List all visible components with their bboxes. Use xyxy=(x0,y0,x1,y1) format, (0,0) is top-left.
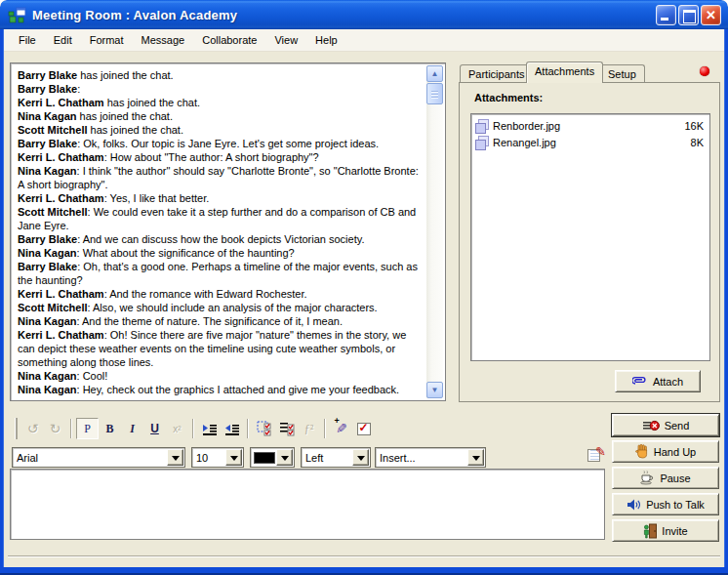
select-cells-icon[interactable] xyxy=(253,418,275,439)
menu-message[interactable]: Message xyxy=(133,30,194,50)
chat-text: : I think "the author" should say "Charl… xyxy=(18,165,419,190)
scroll-up-icon[interactable]: ▲ xyxy=(426,65,443,82)
menu-format[interactable]: Format xyxy=(81,30,133,50)
tab-setup[interactable]: Setup xyxy=(599,64,645,82)
chevron-down-icon[interactable] xyxy=(352,449,369,466)
edit-note-icon[interactable]: ✎ xyxy=(587,447,605,465)
chat-message: Nina Kagan has joined the chat. xyxy=(18,109,424,123)
insert-value: Insert... xyxy=(380,452,467,464)
bold-button[interactable]: B xyxy=(99,418,121,439)
chat-text: has joined the chat. xyxy=(77,110,173,122)
window-border-bottom xyxy=(0,567,728,575)
alignment-select[interactable]: Left xyxy=(301,447,371,468)
menu-file[interactable]: File xyxy=(10,30,45,50)
menu-view[interactable]: View xyxy=(265,30,306,50)
underline-button[interactable]: U xyxy=(143,418,166,439)
insert-select[interactable]: Insert... xyxy=(375,447,486,468)
coffee-cup-icon xyxy=(640,471,655,485)
toolbar-separator xyxy=(192,419,194,438)
chevron-down-icon[interactable] xyxy=(225,449,242,466)
chat-message: Kerri L. Chatham: Oh! Since there are fi… xyxy=(18,328,424,369)
status-bar-divider xyxy=(8,555,720,557)
indent-button[interactable] xyxy=(198,418,221,439)
menu-collaborate[interactable]: Collaborate xyxy=(193,30,265,50)
chat-author: Nina Kagan xyxy=(18,247,77,259)
toolbar-grip[interactable] xyxy=(15,418,18,439)
minimize-button[interactable] xyxy=(656,5,676,25)
chat-text: has joined the chat. xyxy=(88,124,183,136)
paragraph-style-button[interactable]: P xyxy=(76,418,99,439)
scrollbar-thumb[interactable] xyxy=(426,83,443,104)
chat-message: Nina Kagan: Hey, check out the graphics … xyxy=(18,383,424,396)
text-color-select[interactable] xyxy=(250,447,295,468)
chat-text: : Yes, I like that better. xyxy=(104,192,210,204)
chat-message: Barry Blake: And we can discuss how the … xyxy=(18,232,424,246)
menu-edit[interactable]: Edit xyxy=(45,30,81,50)
message-input[interactable] xyxy=(10,469,605,540)
redo-icon[interactable]: ↻ xyxy=(44,418,66,439)
hand-up-button-label: Hand Up xyxy=(654,446,696,458)
chevron-down-icon[interactable] xyxy=(467,449,484,466)
chat-text: has joined the chat. xyxy=(77,69,173,81)
toolbar-separator xyxy=(324,419,326,438)
window-border-right xyxy=(724,29,728,575)
invite-button[interactable]: Invite xyxy=(612,519,719,542)
push-to-talk-button[interactable]: Push to Talk xyxy=(612,493,719,515)
tab-attachments[interactable]: Attachments xyxy=(526,62,603,83)
door-person-icon xyxy=(643,523,657,539)
attach-button[interactable]: Attach xyxy=(615,370,701,392)
chat-text: : And the theme of nature. The significa… xyxy=(77,315,344,327)
file-icon xyxy=(475,136,489,149)
raised-hand-icon xyxy=(635,444,649,459)
superscript-button[interactable]: x² xyxy=(166,418,188,439)
tab-participants[interactable]: Participants xyxy=(460,64,533,82)
status-indicator-dot xyxy=(700,66,709,76)
font-family-select[interactable]: Arial xyxy=(12,447,185,468)
chat-scrollbar[interactable]: ▲ ▼ xyxy=(426,65,443,398)
chat-text: : Ok, folks. Our topic is Jane Eyre. Let… xyxy=(77,138,379,149)
chat-message: Kerri L. Chatham: And the romance with E… xyxy=(18,287,424,301)
alignment-value: Left xyxy=(305,452,352,464)
chevron-down-icon[interactable] xyxy=(276,449,293,466)
window-border-left xyxy=(0,29,4,575)
send-button[interactable]: Send xyxy=(612,414,719,436)
chat-author: Barry Blake xyxy=(18,233,77,245)
chat-text: has joined the chat. xyxy=(104,97,200,108)
chat-author: Kerri L. Chatham xyxy=(18,151,104,163)
chat-message: Scott Mitchell: Also, we should include … xyxy=(18,301,424,314)
maximize-button[interactable] xyxy=(678,5,699,25)
menu-bar: File Edit Format Message Collaborate Vie… xyxy=(4,29,724,52)
marker-add-icon[interactable]: ✎+ xyxy=(330,418,352,439)
pause-button[interactable]: Pause xyxy=(612,467,719,489)
attachment-row[interactable]: Renangel.jpg8K xyxy=(473,134,708,150)
chat-text: : How about "The author: A short biograp… xyxy=(104,151,319,163)
outdent-button[interactable] xyxy=(221,418,243,439)
font-family-value: Arial xyxy=(17,452,167,464)
chat-text: : xyxy=(77,83,80,95)
composer-toolbar: ↺ ↻ P B I U x² xyxy=(10,414,605,443)
chat-author: Nina Kagan xyxy=(18,315,77,327)
chat-text: : Hey, check out the graphics I attached… xyxy=(77,384,400,395)
italic-button[interactable]: I xyxy=(121,418,143,439)
chat-author: Scott Mitchell xyxy=(18,206,88,218)
checklist-icon[interactable] xyxy=(275,418,298,439)
chevron-down-icon[interactable] xyxy=(167,449,183,466)
attachments-list[interactable]: Renborder.jpg16KRenangel.jpg8K xyxy=(470,113,710,361)
attachment-name: Renborder.jpg xyxy=(493,120,684,132)
attachment-size: 8K xyxy=(691,137,704,148)
equation-icon[interactable]: ƒ² xyxy=(298,418,320,439)
chat-text: : And we can discuss how the book depict… xyxy=(77,233,364,245)
attachment-row[interactable]: Renborder.jpg16K xyxy=(473,117,708,134)
spellcheck-icon[interactable] xyxy=(352,418,375,439)
close-button[interactable] xyxy=(701,5,721,25)
undo-icon[interactable]: ↺ xyxy=(21,418,44,439)
scroll-down-icon[interactable]: ▼ xyxy=(426,382,443,398)
menu-help[interactable]: Help xyxy=(306,30,346,50)
font-size-select[interactable]: 10 xyxy=(191,447,244,468)
push-to-talk-button-label: Push to Talk xyxy=(646,499,705,511)
hand-up-button[interactable]: Hand Up xyxy=(612,440,719,463)
chat-author: Kerri L. Chatham xyxy=(18,329,104,341)
chat-author: Nina Kagan xyxy=(18,370,77,382)
chat-message: Nina Kagan: And the theme of nature. The… xyxy=(18,314,424,328)
chat-text: : Oh, that's a good one. Perhaps a timel… xyxy=(18,261,418,286)
